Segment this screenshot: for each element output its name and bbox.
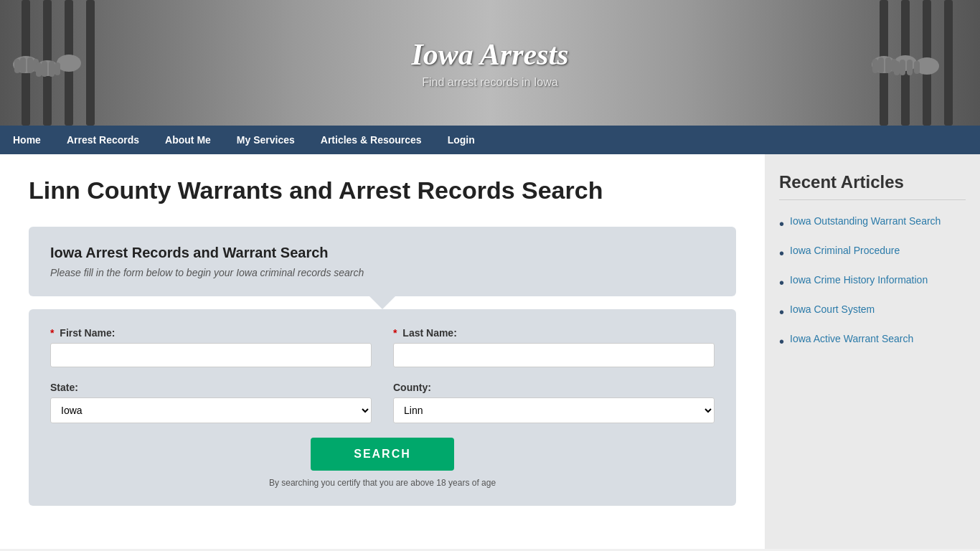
svg-point-6 <box>57 55 81 72</box>
nav-arrest-records[interactable]: Arrest Records <box>54 126 152 154</box>
form-box-title: Iowa Arrest Records and Warrant Search <box>50 245 715 261</box>
svg-rect-8 <box>20 57 26 73</box>
first-name-input[interactable] <box>50 343 372 367</box>
last-name-label: * Last Name: <box>393 327 715 339</box>
site-title: Iowa Arrests <box>411 37 568 72</box>
last-name-required: * <box>393 327 397 339</box>
sidebar: Recent Articles Iowa Outstanding Warrant… <box>765 154 980 549</box>
svg-rect-28 <box>907 60 913 75</box>
state-group: State: Iowa <box>50 382 372 423</box>
article-link-4[interactable]: Iowa Court System <box>790 303 875 317</box>
search-btn-row: SEARCH <box>50 438 715 471</box>
svg-rect-26 <box>894 61 900 75</box>
svg-rect-9 <box>27 57 33 73</box>
last-name-input[interactable] <box>393 343 715 367</box>
svg-rect-27 <box>900 60 905 75</box>
svg-rect-18 <box>944 0 953 126</box>
svg-rect-7 <box>14 59 20 73</box>
svg-rect-11 <box>36 62 42 77</box>
county-group: County: Linn <box>393 382 715 423</box>
svg-rect-22 <box>872 59 878 73</box>
svg-rect-14 <box>55 62 60 75</box>
sidebar-title: Recent Articles <box>779 172 966 200</box>
list-item: Iowa Crime History Information <box>779 273 966 292</box>
main-content: Linn County Warrants and Arrest Records … <box>0 154 765 549</box>
state-select[interactable]: Iowa <box>50 397 372 423</box>
header-text: Iowa Arrests Find arrest records in Iowa <box>411 37 568 89</box>
location-row: State: Iowa County: Linn <box>50 382 715 423</box>
main-navigation: Home Arrest Records About Me My Services… <box>0 126 980 154</box>
recent-articles-list: Iowa Outstanding Warrant Search Iowa Cri… <box>779 215 966 351</box>
search-disclaimer: By searching you certify that you are ab… <box>50 478 715 488</box>
nav-home[interactable]: Home <box>0 126 54 154</box>
nav-services[interactable]: My Services <box>224 126 308 154</box>
first-name-group: * First Name: <box>50 327 372 367</box>
list-item: Iowa Outstanding Warrant Search <box>779 215 966 233</box>
svg-rect-29 <box>914 61 920 74</box>
list-item: Iowa Active Warrant Search <box>779 332 966 351</box>
article-link-1[interactable]: Iowa Outstanding Warrant Search <box>790 215 941 229</box>
nav-login[interactable]: Login <box>435 126 488 154</box>
svg-rect-24 <box>885 57 891 73</box>
first-name-required: * <box>50 327 54 339</box>
first-name-label: * First Name: <box>50 327 372 339</box>
search-form-header: Iowa Arrest Records and Warrant Search P… <box>29 227 736 296</box>
page-title: Linn County Warrants and Arrest Records … <box>29 176 736 205</box>
article-link-3[interactable]: Iowa Crime History Information <box>790 273 928 288</box>
article-link-2[interactable]: Iowa Criminal Procedure <box>790 244 900 258</box>
form-arrow <box>369 296 395 309</box>
bars-right-decoration <box>822 0 980 126</box>
county-select[interactable]: Linn <box>393 397 715 423</box>
search-form-fields: * First Name: * Last Name: State: <box>29 309 736 506</box>
site-header: Iowa Arrests Find arrest records in Iowa <box>0 0 980 126</box>
page-content: Linn County Warrants and Arrest Records … <box>0 154 980 549</box>
form-box-subtitle: Please fill in the form below to begin y… <box>50 267 715 278</box>
search-button[interactable]: SEARCH <box>311 438 454 471</box>
svg-rect-13 <box>49 61 55 77</box>
site-tagline: Find arrest records in Iowa <box>411 76 568 89</box>
list-item: Iowa Criminal Procedure <box>779 244 966 263</box>
name-row: * First Name: * Last Name: <box>50 327 715 367</box>
last-name-group: * Last Name: <box>393 327 715 367</box>
county-label: County: <box>393 382 715 393</box>
article-link-5[interactable]: Iowa Active Warrant Search <box>790 332 913 347</box>
bars-left-decoration <box>0 0 158 126</box>
state-label: State: <box>50 382 372 393</box>
list-item: Iowa Court System <box>779 303 966 321</box>
svg-rect-12 <box>42 61 47 77</box>
svg-rect-3 <box>86 0 95 126</box>
nav-about-me[interactable]: About Me <box>152 126 224 154</box>
svg-rect-23 <box>878 57 884 73</box>
nav-articles[interactable]: Articles & Resources <box>308 126 435 154</box>
